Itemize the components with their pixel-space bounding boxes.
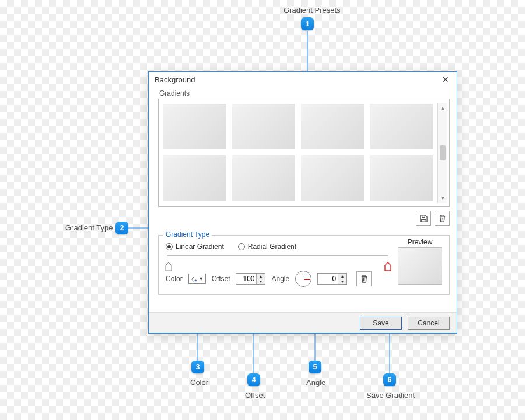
- delete-stop-button[interactable]: [356, 271, 372, 286]
- color-label: Color: [166, 275, 183, 283]
- callout-label-presets: Gradient Presets: [284, 6, 341, 15]
- radio-radial-label: Radial Gradient: [248, 243, 296, 251]
- radio-dot-icon: [166, 243, 173, 250]
- gradient-presets-grid: [162, 103, 434, 203]
- callout-label-angle: Angle: [306, 378, 326, 387]
- gradient-stop-end[interactable]: [384, 262, 391, 271]
- angle-value-field[interactable]: [318, 275, 338, 283]
- callout-marker-3: 3: [191, 360, 204, 373]
- gradient-preset[interactable]: [232, 104, 295, 149]
- trash-icon: [360, 275, 369, 284]
- save-button[interactable]: Save: [360, 317, 402, 330]
- gradient-type-group-title: Gradient Type: [163, 230, 212, 239]
- gradient-preset[interactable]: [370, 155, 433, 201]
- scroll-thumb[interactable]: [440, 145, 446, 160]
- offset-value-field[interactable]: [236, 275, 256, 283]
- callout-marker-1: 1: [301, 18, 314, 30]
- spinner-up-icon[interactable]: ▴: [257, 274, 265, 279]
- gradient-preview: [398, 247, 442, 285]
- gradient-stop-slider[interactable]: [167, 256, 388, 261]
- trash-icon: [438, 214, 447, 223]
- gradient-presets-panel: ▴ ▾: [158, 99, 450, 207]
- delete-preset-button[interactable]: [435, 211, 450, 226]
- gradients-section-label: Gradients: [159, 89, 450, 97]
- callout-label-save: Save Gradient: [366, 391, 415, 400]
- gradient-preset[interactable]: [163, 104, 226, 149]
- spinner-up-icon[interactable]: ▴: [338, 274, 346, 279]
- angle-label: Angle: [271, 275, 289, 283]
- gradient-preset[interactable]: [301, 155, 364, 201]
- svg-point-8: [195, 280, 197, 281]
- radio-linear-label: Linear Gradient: [176, 243, 224, 251]
- background-dialog: Background ✕ Gradients ▴ ▾: [148, 71, 457, 334]
- paint-bucket-icon: [190, 275, 197, 282]
- dialog-footer: Save Cancel: [149, 312, 457, 333]
- color-picker-button[interactable]: ▼: [188, 274, 206, 284]
- stop-marker-icon: [165, 262, 172, 271]
- save-preset-button[interactable]: [416, 211, 431, 226]
- callout-label-color: Color: [190, 378, 208, 387]
- presets-scrollbar[interactable]: ▴ ▾: [438, 103, 447, 203]
- scroll-down-icon[interactable]: ▾: [441, 194, 444, 202]
- dialog-titlebar[interactable]: Background ✕: [149, 72, 457, 87]
- callout-marker-5: 5: [309, 360, 321, 373]
- gradient-type-group: Gradient Type Preview Linear Gradient Ra…: [158, 235, 450, 295]
- radio-radial-gradient[interactable]: Radial Gradient: [238, 243, 296, 251]
- floppy-disk-icon: [419, 214, 428, 223]
- spinner-down-icon[interactable]: ▾: [257, 279, 265, 284]
- gradient-stop-start[interactable]: [165, 262, 172, 271]
- gradient-preset[interactable]: [301, 104, 364, 149]
- spinner-down-icon[interactable]: ▾: [338, 279, 346, 284]
- preview-section: Preview: [398, 238, 442, 285]
- angle-dial[interactable]: [295, 271, 312, 287]
- cancel-button[interactable]: Cancel: [408, 317, 450, 330]
- callout-marker-4: 4: [247, 373, 260, 386]
- callout-label-type: Gradient Type: [65, 223, 113, 232]
- gradient-preset[interactable]: [370, 104, 433, 149]
- stop-marker-icon: [384, 262, 391, 271]
- close-button[interactable]: ✕: [439, 74, 452, 85]
- offset-input[interactable]: ▴ ▾: [236, 273, 265, 285]
- dialog-title: Background: [155, 75, 195, 84]
- callout-marker-2: 2: [116, 222, 128, 235]
- preview-label: Preview: [398, 238, 442, 246]
- angle-input[interactable]: ▴ ▾: [317, 273, 347, 285]
- radio-linear-gradient[interactable]: Linear Gradient: [166, 243, 224, 251]
- gradient-preset[interactable]: [163, 155, 226, 201]
- offset-label: Offset: [212, 275, 230, 283]
- callout-label-offset: Offset: [245, 391, 265, 400]
- callout-marker-6: 6: [383, 373, 396, 386]
- gradient-preset[interactable]: [232, 155, 295, 201]
- radio-dot-icon: [238, 243, 245, 250]
- dropdown-caret-icon: ▼: [198, 276, 204, 282]
- scroll-up-icon[interactable]: ▴: [441, 104, 444, 112]
